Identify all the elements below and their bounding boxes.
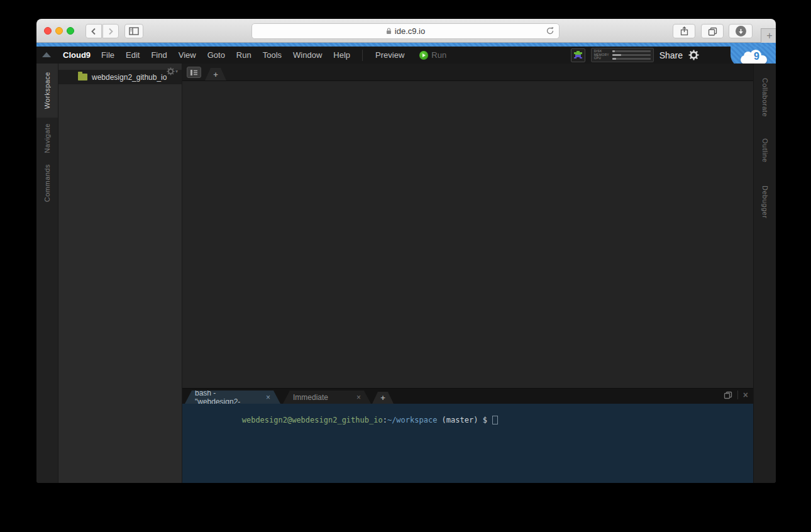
menu-run[interactable]: Run <box>231 50 257 60</box>
new-console-tab-button[interactable]: + <box>372 392 394 404</box>
chevron-left-icon <box>91 28 97 35</box>
collapse-menubar-icon[interactable] <box>42 52 51 57</box>
tab-workspace[interactable]: Workspace <box>36 64 58 118</box>
editor-column: + bash - "webdesign2- × Immediate × <box>182 64 753 483</box>
tab-outline[interactable]: Outline <box>761 131 769 169</box>
menu-find[interactable]: Find <box>145 50 172 60</box>
tab-collaborate-label: Collaborate <box>761 78 769 117</box>
plus-icon: + <box>766 30 772 42</box>
browser-window: ide.c9.io <box>36 19 776 483</box>
menu-tools[interactable]: Tools <box>257 50 287 60</box>
close-icon[interactable]: × <box>356 393 361 402</box>
cloud9-app: Cloud9 File Edit Find View Goto Run Tool… <box>36 43 776 483</box>
lock-icon <box>386 28 392 35</box>
menu-window[interactable]: Window <box>287 50 328 60</box>
tab-outline-label: Outline <box>761 138 769 162</box>
cloud9-logo-digit: 9 <box>754 51 759 62</box>
tab-list-icon <box>190 69 198 76</box>
menubar-right-group: DISK MEMORY CPU Share <box>571 48 699 62</box>
resource-stats-widget[interactable]: DISK MEMORY CPU <box>591 48 654 62</box>
run-play-icon <box>419 51 428 60</box>
pixel-avatar-icon <box>573 51 583 59</box>
console-bar-controls: × <box>724 391 748 399</box>
file-tree-panel: webdesign2_github_io ▾ <box>58 64 182 483</box>
terminal[interactable]: webdesign2@webdesign2_github_io:~/worksp… <box>182 404 753 483</box>
downloads-button[interactable] <box>729 24 753 38</box>
terminal-cursor <box>492 416 498 424</box>
tab-navigate[interactable]: Navigate <box>36 118 58 159</box>
root-folder-name: webdesign2_github_io <box>92 73 167 82</box>
reload-icon <box>546 26 554 35</box>
console-tab-immediate-label: Immediate <box>293 393 328 402</box>
run-button[interactable]: Run <box>419 50 446 60</box>
sidebar-icon <box>129 27 139 35</box>
terminal-user-host: webdesign2@webdesign2_github_io <box>242 416 383 424</box>
left-tab-strip: Workspace Navigate Commands <box>36 64 58 483</box>
resource-stats-bars <box>612 50 651 60</box>
zoom-window-button[interactable] <box>67 27 74 35</box>
cpu-label: CPU <box>594 57 609 60</box>
sidebar-toggle-button[interactable] <box>124 24 143 38</box>
share-icon <box>680 26 688 36</box>
console-tab-bash-label: bash - "webdesign2- <box>195 389 261 406</box>
forward-button[interactable] <box>102 24 119 38</box>
console-tab-immediate[interactable]: Immediate × <box>283 391 371 404</box>
menu-edit[interactable]: Edit <box>120 50 145 60</box>
close-window-button[interactable] <box>44 27 52 35</box>
menu-help[interactable]: Help <box>328 50 356 60</box>
minimize-window-button[interactable] <box>55 27 63 35</box>
console-panel: bash - "webdesign2- × Immediate × + <box>182 388 753 483</box>
tab-commands-label: Commands <box>43 164 51 202</box>
settings-button[interactable] <box>688 50 699 60</box>
tab-list-button[interactable] <box>187 67 201 78</box>
console-tab-bash[interactable]: bash - "webdesign2- × <box>185 391 280 404</box>
new-editor-tab-button[interactable]: + <box>205 68 226 80</box>
disk-bar <box>612 50 651 52</box>
gear-icon <box>688 50 699 60</box>
tab-navigate-label: Navigate <box>43 123 51 153</box>
tab-collaborate[interactable]: Collaborate <box>761 69 769 126</box>
share-button[interactable] <box>673 24 695 38</box>
plus-icon: + <box>213 70 218 79</box>
run-button-label: Run <box>431 50 446 60</box>
chevron-right-icon <box>108 28 114 35</box>
reload-button[interactable] <box>546 26 554 35</box>
terminal-path: ~/workspace <box>387 416 437 424</box>
resource-stats-labels: DISK MEMORY CPU <box>594 50 609 60</box>
browser-toolbar: ide.c9.io <box>36 19 776 43</box>
tree-settings-button[interactable]: ▾ <box>167 67 178 75</box>
editor-tab-bar: + <box>182 64 753 81</box>
menu-goto[interactable]: Goto <box>202 50 231 60</box>
close-console-button[interactable]: × <box>743 391 748 399</box>
memory-bar <box>612 54 651 56</box>
console-tab-bar: bash - "webdesign2- × Immediate × + <box>182 389 753 404</box>
folder-icon <box>78 74 87 80</box>
menu-file[interactable]: File <box>96 50 120 60</box>
new-tab-button[interactable]: + <box>761 28 776 43</box>
preview-button[interactable]: Preview <box>369 50 411 60</box>
editor-area[interactable] <box>182 81 753 388</box>
url-text: ide.c9.io <box>395 26 425 36</box>
tree-root-folder-row[interactable]: webdesign2_github_io <box>58 70 182 84</box>
gear-icon <box>167 67 175 75</box>
tab-commands[interactable]: Commands <box>36 159 58 207</box>
console-controls-divider <box>737 391 738 399</box>
tab-overview-button[interactable] <box>701 24 724 38</box>
menu-cloud9[interactable]: Cloud9 <box>58 50 96 60</box>
right-tab-strip: Collaborate Outline Debugger <box>753 64 776 483</box>
download-icon <box>736 26 746 36</box>
tab-workspace-label: Workspace <box>43 72 51 109</box>
tab-debugger-label: Debugger <box>761 186 769 218</box>
share-ide-button[interactable]: Share <box>659 50 683 60</box>
back-button[interactable] <box>86 24 102 38</box>
tabs-icon <box>708 27 717 36</box>
terminal-colon: : <box>383 416 387 424</box>
ide-content: Workspace Navigate Commands webdesign2_g… <box>36 64 776 483</box>
address-bar[interactable]: ide.c9.io <box>251 23 560 39</box>
collaboration-avatar-button[interactable] <box>571 48 585 62</box>
close-icon[interactable]: × <box>266 393 270 402</box>
menu-view[interactable]: View <box>173 50 202 60</box>
tab-debugger[interactable]: Debugger <box>761 178 769 226</box>
maximize-console-button[interactable] <box>724 391 732 399</box>
cloud9-logo[interactable]: 9 <box>741 50 767 65</box>
